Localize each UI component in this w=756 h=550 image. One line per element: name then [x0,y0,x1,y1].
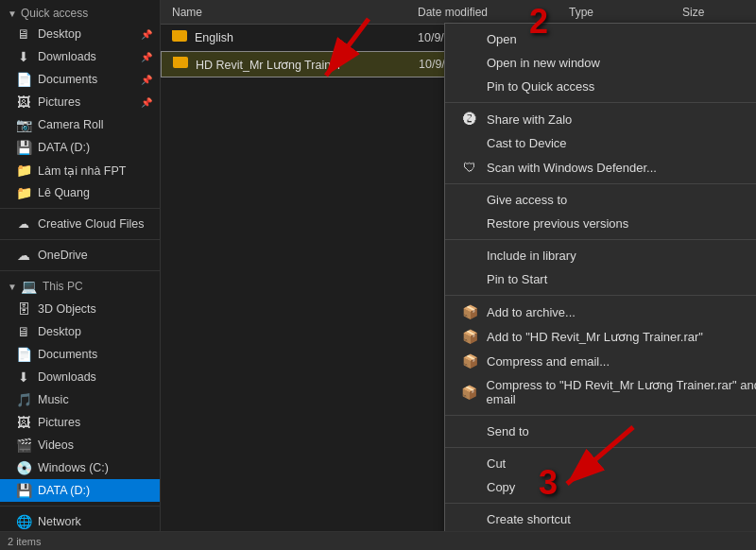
sidebar-item-desktop-pc[interactable]: 🖥 Desktop [0,320,160,343]
context-menu-item[interactable]: Include in library› [445,244,756,267]
quick-access-header[interactable]: ▼ Quick access [0,4,160,23]
context-menu-item[interactable]: 🅩Share with Zalo [445,107,756,131]
context-menu-divider [445,295,756,296]
context-menu-item[interactable]: Pin to Quick access [445,75,756,98]
context-menu-item[interactable]: Send to› [445,420,756,443]
pictures-icon: 🖼 [15,94,32,111]
context-menu-item[interactable]: Create shortcut [445,507,756,531]
data-drive-icon: 💾 [15,482,32,499]
creative-cloud-icon: ☁ [15,215,32,232]
desktop-icon: 🖥 [15,323,32,340]
windows-icon: 💿 [15,459,32,476]
sidebar-item-label: Network [38,515,81,528]
ctx-item-label: Restore previous versions [487,216,628,231]
dl-icon: ⬇ [15,369,32,386]
docs-icon: 📄 [15,346,32,363]
sidebar-item-videos[interactable]: 🎬 Videos [0,434,160,456]
file-name-cell: English [164,30,410,45]
context-menu-item[interactable]: Cast to Device› [445,131,756,155]
sidebar-item-label: DATA (D:) [38,141,90,154]
divider [0,208,160,209]
3d-icon: 🗄 [15,301,32,318]
context-menu-divider [445,503,756,504]
sidebar-item-onedrive[interactable]: ☁ OneDrive [0,244,160,266]
sidebar-item-documents-pc[interactable]: 📄 Documents [0,343,160,366]
col-type[interactable]: Type [561,6,675,19]
sidebar-item-pictures-pc[interactable]: 🖼 Pictures [0,411,160,434]
this-pc-icon: 💻 [21,279,37,294]
content-area: Name Date modified Type Size English [161,0,756,531]
sidebar: ▼ Quick access 🖥 Desktop 📌 ⬇ Downloads 📌… [0,0,161,531]
ctx-item-label: Send to [487,424,529,438]
context-menu-item[interactable]: 📦Compress to "HD Revit_Mr Lương Trainer.… [445,373,756,411]
context-menu-divider [445,102,756,103]
ctx-item-label: Create shortcut [487,512,571,526]
sidebar-item-downloads-pc[interactable]: ⬇ Downloads [0,366,160,388]
sidebar-item-music[interactable]: 🎵 Music [0,388,160,411]
context-menu-item[interactable]: Copy [445,475,756,499]
this-pc-section[interactable]: ▼ 💻 This PC [0,275,160,298]
divider [0,270,160,271]
ctx-item-icon: 📦 [460,329,479,344]
onedrive-icon: ☁ [15,247,32,264]
sidebar-item-label: Creative Cloud Files [38,217,145,231]
context-menu-divider [445,415,756,416]
sidebar-item-pictures[interactable]: 🖼 Pictures 📌 [0,91,160,113]
context-menu-item[interactable]: 🛡Scan with Windows Defender... [445,155,756,180]
sidebar-item-windows-c[interactable]: 💿 Windows (C:) [0,456,160,479]
context-menu-divider [445,183,756,184]
ctx-item-icon: 📦 [460,304,479,319]
ctx-item-label: Add to archive... [487,305,576,319]
col-name[interactable]: Name [164,6,410,19]
context-menu-item[interactable]: Open [445,27,756,51]
sidebar-item-camera-roll[interactable]: 📷 Camera Roll [0,113,160,136]
ctx-item-label: Scan with Windows Defender... [487,161,657,175]
sidebar-item-data-d[interactable]: 💾 DATA (D:) [0,136,160,159]
sidebar-item-label: Downloads [38,370,96,384]
context-menu-item[interactable]: Cut [445,452,756,475]
sidebar-item-downloads[interactable]: ⬇ Downloads 📌 [0,45,160,68]
sidebar-item-3d-objects[interactable]: 🗄 3D Objects [0,298,160,320]
sidebar-item-lam-tai-nha[interactable]: 📁 Làm tại nhà FPT [0,159,160,181]
sidebar-item-network[interactable]: 🌐 Network [0,510,160,531]
sidebar-item-label: OneDrive [38,249,88,262]
col-date[interactable]: Date modified [410,6,561,19]
sidebar-item-label: Windows (C:) [38,461,109,474]
music-icon: 🎵 [15,391,32,408]
ctx-item-label: Include in library [487,249,576,263]
sidebar-item-label: Documents [38,73,97,86]
sidebar-item-label: Documents [38,348,97,361]
context-menu-item[interactable]: Give access to› [445,188,756,212]
sidebar-item-le-quang[interactable]: 📁 Lê Quang [0,181,160,204]
col-size[interactable]: Size [675,6,752,19]
camera-icon: 📷 [15,116,32,133]
ctx-item-icon: 📦 [460,353,479,369]
ctx-item-icon: 🛡 [460,160,479,175]
ctx-item-label: Compress and email... [487,354,610,369]
file-name-cell: HD Revit_Mr Lương Trainer [165,57,411,72]
sidebar-item-label: Videos [38,438,74,452]
desktop-icon: 🖥 [15,26,32,43]
sidebar-item-data-d-pc[interactable]: 💾 DATA (D:) [0,479,160,502]
context-menu-item[interactable]: Restore previous versions [445,212,756,235]
sidebar-item-label: Pictures [38,95,80,109]
divider [0,506,160,507]
sidebar-item-creative-cloud[interactable]: ☁ Creative Cloud Files [0,213,160,235]
context-menu-item[interactable]: Pin to Start [445,267,756,291]
sidebar-item-documents[interactable]: 📄 Documents 📌 [0,68,160,91]
pic-icon: 🖼 [15,414,32,431]
folder-icon [173,57,190,72]
ctx-item-label: Cut [487,456,506,471]
quick-access-label: Quick access [21,7,88,20]
sidebar-item-desktop[interactable]: 🖥 Desktop 📌 [0,23,160,45]
context-menu-item[interactable]: 📦Compress and email... [445,349,756,373]
sidebar-item-label: Pictures [38,416,80,429]
divider [0,239,160,240]
context-menu-item[interactable]: 📦Add to "HD Revit_Mr Lương Trainer.rar" [445,324,756,349]
sidebar-item-label: 3D Objects [38,302,96,316]
sidebar-item-label: Làm tại nhà FPT [38,163,126,178]
sidebar-item-label: Downloads [38,50,96,63]
context-menu-item[interactable]: Open in new window [445,51,756,75]
context-menu-item[interactable]: 📦Add to archive... [445,300,756,324]
context-menu-divider [445,239,756,240]
